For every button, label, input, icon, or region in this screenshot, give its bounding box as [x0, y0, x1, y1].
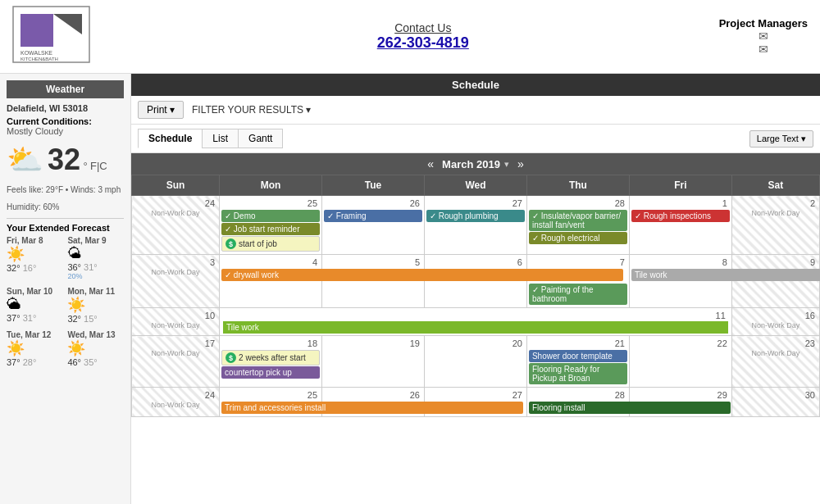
svg-text:KOWALSKE: KOWALSKE [20, 50, 52, 56]
precip: 20% [67, 272, 124, 280]
nonwork-label: Non-Work Day [134, 321, 217, 329]
weather-main: ⛅ 32 ° F|C [7, 143, 124, 177]
tab-schedule[interactable]: Schedule [138, 129, 203, 148]
weather-location: Delafield, WI 53018 [7, 103, 124, 113]
day-cell-fri: 1 ✓ Rough inspections [629, 196, 731, 255]
event-flooring-install[interactable]: Flooring install [529, 402, 731, 414]
phone-link[interactable]: 262-303-4819 [127, 34, 719, 52]
day-number: 27 [426, 198, 525, 209]
contact-link[interactable]: Contact Us [127, 21, 719, 34]
tab-list[interactable]: List [202, 129, 239, 148]
nonwork-label: Non-Work Day [134, 401, 217, 409]
event-rough-electrical[interactable]: ✓ Rough electrical [529, 232, 627, 244]
day-cell-tue: 26 ✓ Framing [322, 196, 425, 255]
day-cell-mon: 25 ✓ Demo ✓ Job start reminder $start of… [220, 196, 322, 255]
day-cell-sun: 17 Non-Work Day [132, 336, 220, 388]
filter-button[interactable]: FILTER YOUR RESULTS ▾ [192, 104, 311, 116]
forecast-row-3: Tue, Mar 12 ☀️ 37° 28° Wed, Mar 13 ☀️ 46… [7, 330, 124, 367]
conditions-title: Current Conditions: [7, 116, 124, 126]
view-tabs: Schedule List Gantt Large Text ▾ [131, 125, 820, 153]
day-number: 6 [426, 257, 525, 268]
feels-like: Feels like: 29°F • Winds: 3 mph [7, 184, 124, 196]
main-container: Weather Delafield, WI 53018 Current Cond… [0, 74, 820, 504]
event-job-start-reminder[interactable]: ✓ Job start reminder [221, 223, 320, 235]
weather-sidebar: Weather Delafield, WI 53018 Current Cond… [0, 74, 131, 504]
day-number: 28 [529, 198, 627, 209]
col-sun: Sun [132, 175, 220, 196]
event-demo[interactable]: ✓ Demo [221, 210, 320, 222]
day-number: 25 [221, 389, 320, 401]
day-number: 19 [324, 338, 422, 349]
weather-icon-big: ⛅ [7, 143, 43, 177]
col-tue: Tue [322, 175, 425, 196]
event-rough-inspections[interactable]: ✓ Rough inspections [631, 210, 730, 222]
event-trim[interactable]: Trim and accessories install [221, 402, 523, 414]
day-cell-fri: 8 Tile work [629, 255, 731, 308]
forecast-day: Tue, Mar 12 [7, 330, 63, 339]
schedule-title: Schedule [131, 74, 820, 96]
col-wed: Wed [425, 175, 527, 196]
day-number: 2 [734, 198, 818, 209]
pm-email2-icon[interactable]: ✉ [719, 43, 808, 56]
event-start-of-job[interactable]: $start of job [221, 236, 320, 252]
forecast-temps: 32° 16° [7, 263, 63, 273]
forecast-day: Mon, Mar 11 [67, 287, 124, 296]
forecast-icon: ☀️ [7, 245, 63, 263]
event-2weeks[interactable]: $2 weeks after start [221, 350, 320, 366]
prev-month-button[interactable]: « [419, 157, 442, 170]
day-number: 24 [134, 198, 217, 209]
temperature: 32 [48, 143, 80, 176]
temp-fc[interactable]: F|C [90, 160, 107, 172]
event-shower-door[interactable]: Shower door template [529, 350, 627, 362]
day-cell-wed: 6 [425, 255, 527, 308]
day-cell-thu: 28 Flooring install [526, 388, 629, 417]
day-cell-wed: 27 ✓ Rough plumbing [425, 196, 527, 255]
table-row: 3 Non-Work Day 4 ✓ drywall work 5 6 [132, 255, 820, 308]
event-rough-plumbing[interactable]: ✓ Rough plumbing [426, 210, 525, 222]
forecast-day: Wed, Mar 13 [67, 330, 124, 339]
day-cell-sat: 23 Non-Work Day [731, 336, 819, 388]
day-number: 22 [631, 338, 730, 349]
forecast-sat: Sat, Mar 9 🌤 36° 31° 20% [67, 236, 124, 280]
day-number: 25 [221, 198, 320, 209]
event-drywall[interactable]: ✓ drywall work [221, 269, 623, 281]
svg-marker-1 [20, 14, 53, 47]
col-thu: Thu [526, 175, 629, 196]
event-countertop[interactable]: countertop pick up [221, 366, 320, 379]
row-label-tile: Tile work [223, 321, 728, 334]
day-number: 4 [221, 257, 320, 268]
day-cell-mon: 4 ✓ drywall work [220, 255, 322, 308]
event-flooring-ready[interactable]: Flooring Ready for Pickup at Broan [529, 363, 627, 384]
tab-gantt[interactable]: Gantt [238, 129, 283, 148]
day-cell-tue: 5 [322, 255, 425, 308]
day-number: 28 [529, 389, 627, 401]
calendar-nav: « March 2019 ▾ » [131, 153, 820, 175]
pm-email1-icon[interactable]: ✉ [719, 30, 808, 43]
forecast-temps: 37° 28° [7, 357, 63, 367]
day-number: 26 [324, 389, 422, 401]
forecast-wed: Wed, Mar 13 ☀️ 46° 35° [67, 330, 124, 367]
day-number: 21 [529, 338, 627, 349]
forecast-icon: 🌤 [67, 245, 124, 262]
day-number: 23 [734, 338, 818, 349]
day-number: 29 [631, 389, 730, 401]
forecast-sun: Sun, Mar 10 🌥 37° 31° [7, 287, 63, 324]
forecast-row-1: Fri, Mar 8 ☀️ 32° 16° Sat, Mar 9 🌤 36° 3… [7, 236, 124, 280]
day-number: 17 [134, 338, 217, 349]
day-number: 3 [134, 257, 217, 268]
event-framing[interactable]: ✓ Framing [324, 210, 422, 222]
forecast-day: Sun, Mar 10 [7, 287, 63, 296]
col-mon: Mon [220, 175, 322, 196]
day-cell-sat: 2 Non-Work Day [731, 196, 819, 255]
nonwork-label: Non-Work Day [134, 209, 217, 217]
event-insulate[interactable]: ✓ Insulate/vapor barrier/ install fan/ve… [529, 210, 627, 231]
calendar-month: March 2019 [442, 158, 500, 170]
next-month-button[interactable]: » [509, 157, 532, 170]
print-button[interactable]: Print ▾ [138, 101, 184, 119]
event-tile-work-fri[interactable]: Tile work [631, 269, 820, 281]
company-logo: KOWALSKE KITCHEN&BATH [12, 6, 94, 67]
svg-text:KITCHEN&BATH: KITCHEN&BATH [20, 57, 58, 61]
large-text-button[interactable]: Large Text ▾ [749, 130, 813, 148]
day-cell-mon: 18 $2 weeks after start countertop pick … [220, 336, 322, 388]
event-painting[interactable]: ✓ Painting of the bathroom [529, 284, 627, 305]
